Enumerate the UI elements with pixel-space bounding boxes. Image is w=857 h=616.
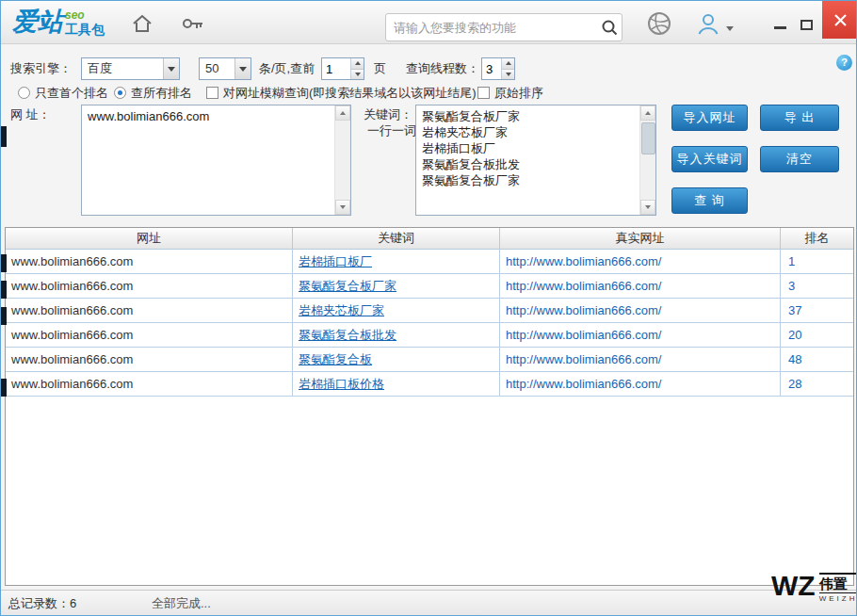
home-icon[interactable] [131,13,155,36]
radio-all-ranks-label: 查所有排名 [131,85,192,102]
real-url-link[interactable]: http://www.bolimian666.com/ [506,279,661,293]
url-cell: www.bolimian666.com [6,299,293,322]
keyword-link[interactable]: 聚氨酯复合板 [299,352,372,366]
user-icon[interactable] [696,11,720,34]
keyword-link[interactable]: 岩棉插口板厂 [299,254,372,268]
table-row: www.bolimian666.com 聚氨酯复合板批发 http://www.… [6,323,853,348]
import-urls-button[interactable]: 导入网址 [671,105,748,131]
statusbar: 总记录数：6 全部完成... [1,590,856,616]
logo-en-text: WEIZHI [819,592,857,603]
search-icon[interactable] [597,15,622,40]
clear-button[interactable]: 清空 [760,146,839,172]
keyword-label: 关键词： [364,106,412,123]
scroll-down-icon[interactable] [335,200,350,215]
threads-label: 查询线程数： [406,60,479,77]
keywords-textarea-wrap: 聚氨酯复合板厂家 岩棉夹芯板厂家 岩棉插口板厂 聚氨酯复合板批发 聚氨酯复合板厂… [415,105,656,216]
dock-tab[interactable] [1,254,7,272]
spin-down-icon[interactable] [502,70,514,80]
function-search [385,13,623,41]
scroll-up-icon[interactable] [640,105,655,121]
page-size-select[interactable]: 50 [199,57,251,80]
app-logo: 爱站 seo 工具包 [12,8,105,37]
url-textarea[interactable]: www.bolimian666.com [82,105,334,215]
real-url-link[interactable]: http://www.bolimian666.com/ [506,254,661,268]
scrollbar-thumb[interactable] [641,122,655,154]
table-header-row: 网址 关键词 真实网址 排名 [6,228,853,250]
keywords-textarea[interactable]: 聚氨酯复合板厂家 岩棉夹芯板厂家 岩棉插口板厂 聚氨酯复合板批发 聚氨酯复合板厂… [416,105,639,215]
table-row: www.bolimian666.com 岩棉夹芯板厂家 http://www.b… [6,299,853,323]
radio-all-ranks[interactable] [114,87,126,99]
rank-cell: 3 [788,279,795,293]
keyword-hint-label: 一行一词 [367,122,416,139]
help-icon[interactable]: ? [836,55,852,71]
header-url: 网址 [6,228,293,249]
spin-down-icon[interactable] [351,70,364,80]
logo-wz-text: WZ [771,570,816,602]
scroll-up-icon[interactable] [335,105,350,121]
spin-up-icon[interactable] [351,58,364,70]
real-url-link[interactable]: http://www.bolimian666.com/ [506,328,661,342]
url-cell: www.bolimian666.com [6,323,293,347]
export-button[interactable]: 导 出 [760,105,839,131]
dock-tab[interactable] [1,379,7,397]
rank-cell: 48 [788,352,801,366]
weizhi-logo: WZ 伟置 WEIZHI [771,570,857,603]
url-label: 网 址： [10,106,51,123]
threads-input[interactable] [482,58,501,79]
radio-first-rank-label: 只查首个排名 [35,85,108,102]
url-cell: www.bolimian666.com [6,250,293,273]
radio-first-rank[interactable] [18,87,30,99]
keyword-link[interactable]: 聚氨酯复合板厂家 [299,279,396,293]
scroll-down-icon[interactable] [640,200,655,215]
keyword-link[interactable]: 岩棉插口板价格 [299,377,384,391]
page-count-input[interactable] [322,58,350,79]
logo-text-seo: seo [65,9,105,22]
logo-cn-text: 伟置 [819,575,857,592]
header-real-url: 真实网址 [500,228,781,249]
chevron-down-icon[interactable] [234,58,251,79]
url-scrollbar[interactable] [334,105,350,215]
table-row: www.bolimian666.com 岩棉插口板厂 http://www.bo… [6,250,853,274]
chevron-down-icon[interactable] [163,58,179,79]
rank-cell: 28 [788,377,801,391]
minimize-button[interactable] [774,26,786,29]
table-row: www.bolimian666.com 聚氨酯复合板厂家 http://www.… [6,274,853,299]
dock-tab[interactable] [1,281,7,299]
header-keyword: 关键词 [293,228,500,249]
threads-stepper [481,57,515,80]
real-url-link[interactable]: http://www.bolimian666.com/ [506,377,661,391]
keywords-scrollbar[interactable] [639,105,655,215]
engine-label: 搜索引擎： [10,60,72,77]
dock-tab[interactable] [1,126,7,147]
table-row: www.bolimian666.com 岩棉插口板价格 http://www.b… [6,372,853,397]
globe-icon[interactable] [647,11,671,34]
checkbox-original-order-label: 原始排序 [494,85,543,102]
keyword-link[interactable]: 聚氨酯复合板批发 [299,328,396,342]
total-records-label: 总记录数：6 [8,595,76,612]
page-count-stepper [321,57,364,80]
query-button[interactable]: 查 询 [671,187,748,214]
progress-status-label: 全部完成... [152,595,211,612]
url-textarea-wrap: www.bolimian666.com [81,105,351,216]
close-button[interactable] [822,1,857,39]
engine-select[interactable]: 百度 [81,57,180,80]
real-url-link[interactable]: http://www.bolimian666.com/ [506,303,661,317]
rank-cell: 20 [788,328,801,342]
page-unit-label: 页 [374,60,386,77]
header-rank: 排名 [781,228,853,249]
search-input[interactable] [386,21,597,35]
checkbox-original-order[interactable] [477,87,490,99]
real-url-link[interactable]: http://www.bolimian666.com/ [506,352,661,366]
key-icon[interactable] [182,13,206,36]
keyword-link[interactable]: 岩棉夹芯板厂家 [299,303,384,317]
checkbox-fuzzy-match[interactable] [206,87,218,99]
spin-up-icon[interactable] [502,58,514,70]
logo-text-suffix: 工具包 [65,22,105,37]
user-menu-caret-icon[interactable] [726,26,734,31]
engine-selected-value: 百度 [82,58,163,79]
checkbox-fuzzy-match-label: 对网址模糊查询(即搜索结果域名以该网址结尾) [223,85,477,102]
per-page-label: 条/页,查前 [259,60,315,77]
dock-tab[interactable] [1,307,7,325]
maximize-button[interactable] [800,20,813,30]
import-keywords-button[interactable]: 导入关键词 [671,146,748,172]
